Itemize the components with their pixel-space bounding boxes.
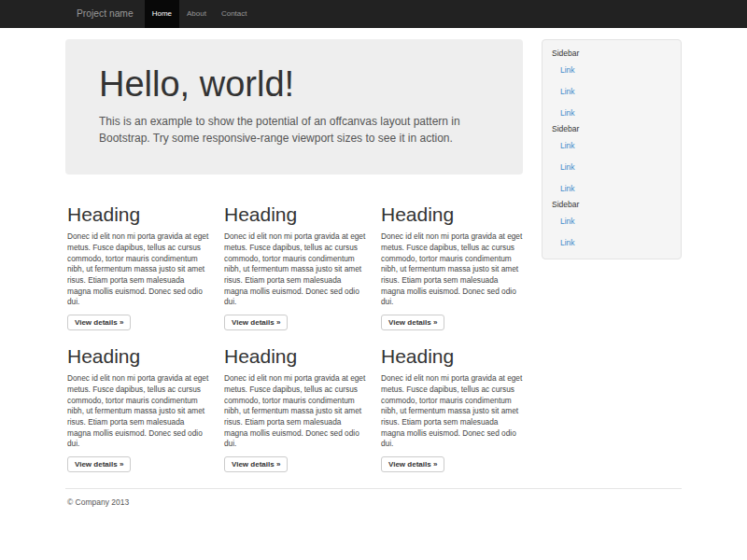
view-details-button[interactable]: View details » xyxy=(381,315,444,330)
navbar-links: HomeAboutContact xyxy=(145,0,255,28)
nav-item-about[interactable]: About xyxy=(179,0,214,28)
sidebar-group-title: Sidebar xyxy=(552,199,673,210)
sidebar-link[interactable]: Link xyxy=(552,134,673,156)
cards-section: Heading Donec id elit non mi porta gravi… xyxy=(65,203,536,472)
sidebar-link[interactable]: Link xyxy=(552,210,673,231)
sidebar-link[interactable]: Link xyxy=(552,177,673,199)
sidebar-link[interactable]: Link xyxy=(552,231,673,253)
view-details-button[interactable]: View details » xyxy=(224,456,288,472)
content-layout: Hello, world! This is an example to show… xyxy=(65,28,682,472)
card-heading: Heading xyxy=(224,345,366,368)
sidebar-group-1: SidebarLinkLinkLink xyxy=(552,48,673,123)
sidebar-group-title: Sidebar xyxy=(552,48,673,59)
jumbotron-title: Hello, world! xyxy=(99,65,489,105)
content-card: Heading Donec id elit non mi porta gravi… xyxy=(381,203,523,330)
nav-item-home[interactable]: Home xyxy=(145,0,179,28)
jumbotron-description: This is an example to show the potential… xyxy=(99,113,474,147)
content-card: Heading Donec id elit non mi porta gravi… xyxy=(67,203,209,330)
cards-row-1: Heading Donec id elit non mi porta gravi… xyxy=(65,203,536,330)
card-heading: Heading xyxy=(67,203,209,226)
sidebar-link[interactable]: Link xyxy=(552,156,673,177)
navbar-container: Project name HomeAboutContact xyxy=(65,0,682,28)
card-heading: Heading xyxy=(67,345,209,368)
sidebar: SidebarLinkLinkLinkSidebarLinkLinkLinkSi… xyxy=(542,39,682,259)
copyright-text: © Company 2013 xyxy=(67,497,682,507)
sidebar-group-3: SidebarLinkLink xyxy=(552,199,673,253)
sidebar-link[interactable]: Link xyxy=(552,80,673,102)
content-card: Heading Donec id elit non mi porta gravi… xyxy=(67,345,209,472)
view-details-button[interactable]: View details » xyxy=(67,456,131,472)
navbar-brand[interactable]: Project name xyxy=(65,0,145,28)
content-card: Heading Donec id elit non mi porta gravi… xyxy=(224,203,366,330)
card-body-text: Donec id elit non mi porta gravida at eg… xyxy=(224,231,366,308)
content-card: Heading Donec id elit non mi porta gravi… xyxy=(381,345,523,472)
view-details-button[interactable]: View details » xyxy=(67,315,131,330)
nav-item-contact[interactable]: Contact xyxy=(214,0,255,28)
card-body-text: Donec id elit non mi porta gravida at eg… xyxy=(381,231,523,308)
main-column: Hello, world! This is an example to show… xyxy=(65,28,536,472)
card-body-text: Donec id elit non mi porta gravida at eg… xyxy=(67,373,209,450)
footer: © Company 2013 xyxy=(65,488,682,507)
card-body-text: Donec id elit non mi porta gravida at eg… xyxy=(224,373,366,450)
view-details-button[interactable]: View details » xyxy=(381,456,444,472)
sidebar-group-title: Sidebar xyxy=(552,123,673,134)
sidebar-group-2: SidebarLinkLinkLink xyxy=(552,123,673,199)
page-container: Hello, world! This is an example to show… xyxy=(65,28,682,507)
top-navbar: Project name HomeAboutContact xyxy=(0,0,747,28)
sidebar-link[interactable]: Link xyxy=(552,102,673,123)
card-heading: Heading xyxy=(224,203,366,226)
card-heading: Heading xyxy=(381,203,523,226)
jumbotron: Hello, world! This is an example to show… xyxy=(65,39,523,175)
card-body-text: Donec id elit non mi porta gravida at eg… xyxy=(67,231,209,308)
card-heading: Heading xyxy=(381,345,523,368)
footer-divider xyxy=(65,488,682,489)
sidebar-link[interactable]: Link xyxy=(552,59,673,80)
cards-row-2: Heading Donec id elit non mi porta gravi… xyxy=(65,345,536,472)
content-card: Heading Donec id elit non mi porta gravi… xyxy=(224,345,366,472)
card-body-text: Donec id elit non mi porta gravida at eg… xyxy=(381,373,523,450)
view-details-button[interactable]: View details » xyxy=(224,315,288,330)
